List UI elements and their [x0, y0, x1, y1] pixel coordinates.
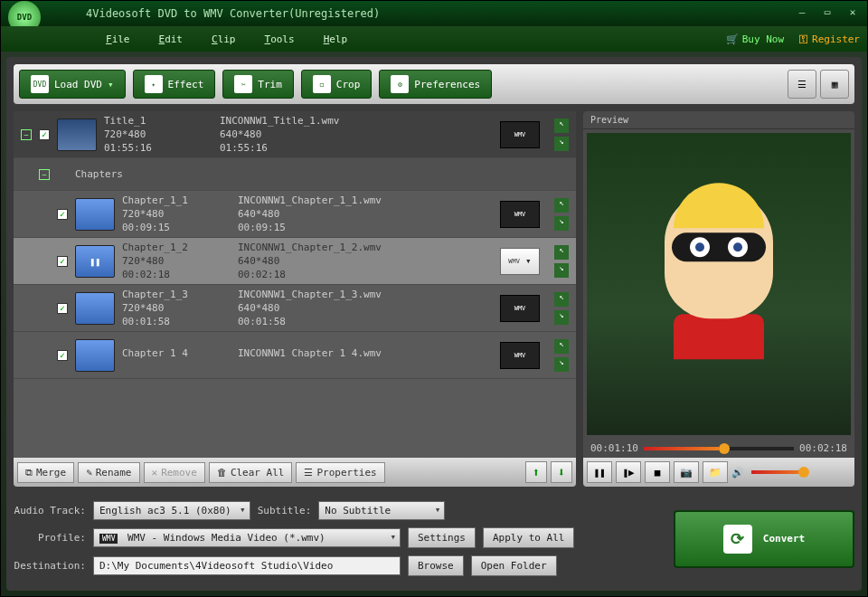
total-time: 00:02:18	[799, 442, 847, 454]
menu-edit[interactable]: Edit	[145, 30, 198, 49]
chapters-label: Chapters	[75, 168, 123, 180]
main-area: DVD Load DVD ▾ ✦ Effect ✂ Trim ◻ Crop ⚙ …	[6, 57, 862, 591]
crop-button[interactable]: ◻ Crop	[301, 70, 373, 99]
maximize-button[interactable]: ▭	[820, 6, 835, 21]
preview-video[interactable]	[587, 133, 851, 435]
snapshot-folder-button[interactable]: 📁	[703, 461, 728, 483]
remove-icon: ✕	[152, 467, 158, 479]
row-move-down[interactable]: ↘	[554, 216, 569, 231]
row-move-up[interactable]: ↖	[554, 198, 569, 213]
chapter-thumbnail	[75, 198, 115, 231]
chapter-out-duration: 00:09:15	[238, 222, 382, 233]
file-list-body[interactable]: − ✓ Title_1 720*480 01:55:16 INCONNW1_Ti…	[14, 111, 576, 458]
row-move-up[interactable]: ↖	[554, 292, 569, 307]
clear-icon: 🗑	[217, 467, 227, 479]
chapter-row[interactable]: ✓Chapter_1_2720*48000:02:18INCONNW1_Chap…	[14, 238, 576, 285]
playback-controls: ❚❚ ❚▶ ■ 📷 📁 🔊	[583, 458, 854, 487]
chapter-checkbox[interactable]: ✓	[57, 256, 68, 267]
pause-button[interactable]: ❚❚	[587, 461, 612, 483]
chapter-checkbox[interactable]: ✓	[57, 303, 68, 314]
effect-button[interactable]: ✦ Effect	[133, 70, 216, 99]
row-move-up[interactable]: ↖	[554, 339, 569, 354]
row-move-down[interactable]: ↘	[554, 310, 569, 325]
merge-button[interactable]: ⧉ Merge	[17, 462, 74, 483]
profile-dropdown[interactable]: WMV WMV - Windows Media Video (*.wmv)	[93, 528, 401, 547]
trim-button[interactable]: ✂ Trim	[222, 70, 294, 99]
chapter-checkbox[interactable]: ✓	[57, 209, 68, 220]
menu-clip[interactable]: Clip	[197, 30, 250, 49]
row-move-up[interactable]: ↖	[554, 245, 569, 260]
title-profile-badge[interactable]: WMV	[500, 121, 540, 148]
step-button[interactable]: ❚▶	[616, 461, 641, 483]
chapter-duration: 00:01:58	[122, 316, 231, 327]
chapter-resolution: 720*480	[122, 208, 231, 220]
convert-button[interactable]: ⟳ Convert	[674, 510, 854, 568]
chapter-profile-badge[interactable]: WMV ▾	[500, 248, 540, 275]
minimize-button[interactable]: —	[795, 6, 809, 21]
preferences-button[interactable]: ⚙ Preferences	[379, 70, 492, 99]
chapter-name: Chapter_1_2	[122, 242, 231, 253]
close-button[interactable]: ✕	[845, 6, 860, 21]
stop-button[interactable]: ■	[645, 461, 670, 483]
seek-thumb[interactable]	[719, 443, 730, 454]
file-list: − ✓ Title_1 720*480 01:55:16 INCONNW1_Ti…	[14, 111, 576, 487]
menu-file[interactable]: File	[91, 30, 145, 49]
row-move-down[interactable]: ↘	[554, 263, 569, 278]
move-up-button[interactable]: ⬆	[525, 461, 547, 483]
menu-tools[interactable]: Tools	[250, 30, 309, 49]
chapter-profile-badge[interactable]: WMV	[500, 201, 540, 228]
properties-icon: ☰	[304, 467, 313, 479]
title-thumbnail	[57, 118, 97, 151]
chapter-row[interactable]: ✓Chapter_1_1720*48000:09:15INCONNW1_Chap…	[14, 191, 576, 238]
register-link[interactable]: ⚿ Register	[798, 33, 860, 45]
menu-help[interactable]: Help	[309, 30, 363, 49]
chapter-out-duration: 00:02:18	[238, 269, 382, 280]
row-move-down[interactable]: ↘	[554, 357, 569, 372]
gear-icon: ⚙	[391, 75, 409, 93]
chapter-out-name: INCONNW1_Chapter_1_3.wmv	[238, 289, 382, 300]
collapse-toggle[interactable]: −	[21, 129, 32, 140]
audio-track-dropdown[interactable]: English ac3 5.1 (0x80)	[93, 501, 250, 520]
properties-button[interactable]: ☰ Properties	[296, 462, 384, 483]
browse-button[interactable]: Browse	[408, 555, 464, 576]
chapter-profile-badge[interactable]: WMV	[500, 295, 540, 322]
volume-slider[interactable]	[751, 470, 806, 474]
menubar: File Edit Clip Tools Help 🛒 Buy Now ⚿ Re…	[1, 26, 867, 52]
title-checkbox[interactable]: ✓	[39, 129, 50, 140]
open-folder-button[interactable]: Open Folder	[471, 555, 557, 576]
bottom-panel: Audio Track: English ac3 5.1 (0x80) Subt…	[14, 494, 854, 583]
chapter-row[interactable]: ✓Chapter 1 4INCONNW1 Chapter 1 4.wmvWMV↖…	[14, 332, 576, 379]
apply-to-all-button[interactable]: Apply to All	[483, 527, 574, 548]
row-move-up[interactable]: ↖	[554, 118, 569, 133]
chapter-out-name: INCONNW1_Chapter_1_1.wmv	[238, 194, 382, 206]
volume-thumb[interactable]	[798, 467, 809, 478]
grid-view-button[interactable]: ▦	[820, 70, 849, 99]
chapter-row[interactable]: ✓Chapter_1_3720*48000:01:58INCONNW1_Chap…	[14, 285, 576, 332]
title-out-name: INCONNW1_Title_1.wmv	[220, 115, 364, 127]
timeline: 00:01:10 00:02:18	[583, 439, 854, 458]
seek-slider[interactable]	[644, 447, 794, 450]
folder-icon: 📁	[709, 467, 722, 479]
volume-icon[interactable]: 🔊	[731, 467, 744, 479]
chapter-profile-badge[interactable]: WMV	[500, 342, 540, 369]
rename-button[interactable]: ✎ Rename	[78, 462, 139, 483]
buy-now-link[interactable]: 🛒 Buy Now	[726, 33, 784, 45]
remove-button[interactable]: ✕ Remove	[144, 462, 205, 483]
snapshot-button[interactable]: 📷	[674, 461, 699, 483]
title-row[interactable]: − ✓ Title_1 720*480 01:55:16 INCONNW1_Ti…	[14, 111, 576, 158]
load-dvd-button[interactable]: DVD Load DVD ▾	[19, 70, 126, 99]
preview-panel: Preview 00:01:10	[583, 111, 854, 487]
chapter-out-resolution: 640*480	[238, 302, 382, 314]
chapters-header-row[interactable]: − Chapters	[14, 158, 576, 191]
chapter-name: Chapter 1 4	[122, 347, 231, 359]
dropdown-arrow-icon: ▾	[108, 79, 114, 90]
move-down-button[interactable]: ⬇	[551, 461, 572, 483]
chapter-checkbox[interactable]: ✓	[57, 350, 68, 361]
chapters-collapse-toggle[interactable]: −	[39, 169, 50, 180]
destination-input[interactable]: D:\My Documents\4Videosoft Studio\Video	[93, 556, 401, 575]
list-view-button[interactable]: ☰	[788, 70, 816, 99]
row-move-down[interactable]: ↘	[554, 137, 569, 151]
clear-all-button[interactable]: 🗑 Clear All	[209, 462, 293, 483]
settings-button[interactable]: Settings	[408, 527, 476, 548]
subtitle-dropdown[interactable]: No Subtitle	[318, 501, 445, 520]
